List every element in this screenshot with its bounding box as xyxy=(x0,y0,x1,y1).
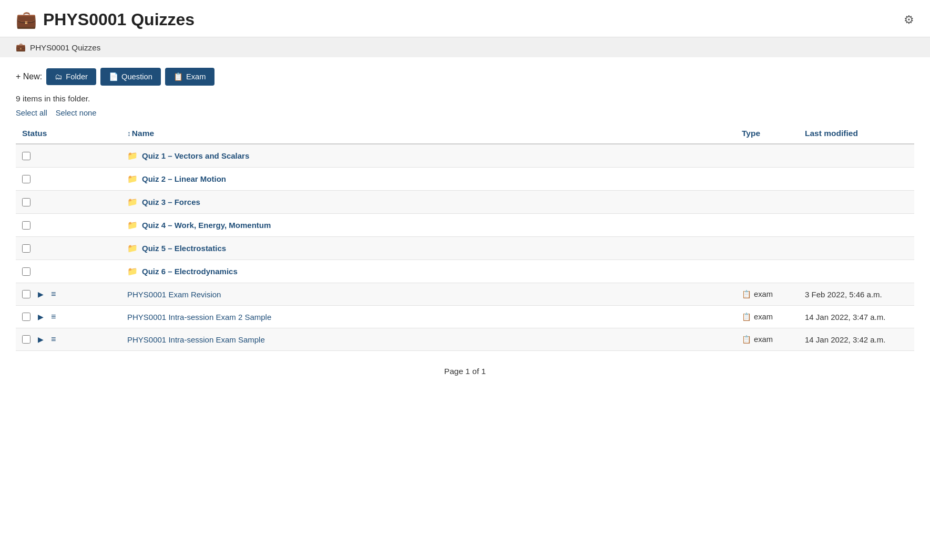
row-checkbox[interactable] xyxy=(22,152,30,160)
row-checkbox[interactable] xyxy=(22,313,30,321)
type-label: exam xyxy=(754,290,773,298)
folder-icon: 📁 xyxy=(127,220,138,230)
exam-link[interactable]: PHYS0001 Intra-session Exam 2 Sample xyxy=(127,313,271,322)
folder-icon: 📁 xyxy=(127,151,138,161)
status-cell xyxy=(16,144,121,168)
type-cell xyxy=(735,191,799,214)
list-icon[interactable]: ≡ xyxy=(51,312,56,322)
select-none-button[interactable]: Select none xyxy=(56,109,97,117)
row-checkbox[interactable] xyxy=(22,244,30,253)
breadcrumb-text: PHYS0001 Quizzes xyxy=(30,43,100,52)
table-row: 📁 Quiz 4 – Work, Energy, Momentum xyxy=(16,214,914,237)
table-row: 📁 Quiz 5 – Electrostatics xyxy=(16,237,914,260)
name-cell: 📁 Quiz 6 – Electrodynamics xyxy=(121,260,735,283)
item-name: Quiz 5 – Electrostatics xyxy=(142,244,226,253)
row-checkbox[interactable] xyxy=(22,267,30,276)
play-button[interactable]: ▶ xyxy=(38,290,44,298)
status-cell xyxy=(16,214,121,237)
row-checkbox[interactable] xyxy=(22,335,30,344)
status-cell: ▶ ≡ xyxy=(16,283,121,306)
name-cell: PHYS0001 Intra-session Exam Sample xyxy=(121,328,735,351)
table-row: ▶ ≡ PHYS0001 Exam Revision 📋 exam 3 Feb … xyxy=(16,283,914,306)
folder-link[interactable]: 📁 Quiz 4 – Work, Energy, Momentum xyxy=(127,220,729,230)
lastmod-cell xyxy=(799,214,914,237)
lastmod-cell: 3 Feb 2022, 5:46 a.m. xyxy=(799,283,914,306)
new-exam-button[interactable]: 📋 Exam xyxy=(165,68,214,86)
name-cell: 📁 Quiz 2 – Linear Motion xyxy=(121,168,735,191)
row-checkbox[interactable] xyxy=(22,290,30,298)
new-label: + New: xyxy=(16,72,42,81)
row-checkbox[interactable] xyxy=(22,221,30,230)
folder-link[interactable]: 📁 Quiz 3 – Forces xyxy=(127,197,729,207)
folder-btn-label: Folder xyxy=(66,72,88,81)
name-cell: 📁 Quiz 1 – Vectors and Scalars xyxy=(121,144,735,168)
type-label: exam xyxy=(754,335,773,344)
play-button[interactable]: ▶ xyxy=(38,313,44,321)
pagination: Page 1 of 1 xyxy=(16,367,914,376)
exam-link[interactable]: PHYS0001 Exam Revision xyxy=(127,290,221,299)
page-header: 💼 PHYS0001 Quizzes ⚙ xyxy=(0,0,930,37)
list-icon[interactable]: ≡ xyxy=(51,335,56,344)
briefcase-icon: 💼 xyxy=(16,9,37,29)
table-row: 📁 Quiz 3 – Forces xyxy=(16,191,914,214)
exam-type-icon: 📋 xyxy=(742,290,751,299)
breadcrumb: 💼 PHYS0001 Quizzes xyxy=(0,37,930,57)
name-cell: 📁 Quiz 5 – Electrostatics xyxy=(121,237,735,260)
gear-icon[interactable]: ⚙ xyxy=(904,13,914,27)
lastmod-cell xyxy=(799,260,914,283)
folder-btn-icon: 🗂 xyxy=(55,72,63,81)
col-status: Status xyxy=(16,123,121,144)
type-cell: 📋 exam xyxy=(735,328,799,351)
folder-icon: 📁 xyxy=(127,174,138,184)
folder-icon: 📁 xyxy=(127,266,138,276)
page-title: PHYS0001 Quizzes xyxy=(43,10,195,29)
question-btn-label: Question xyxy=(121,72,152,81)
status-cell xyxy=(16,191,121,214)
new-question-button[interactable]: 📄 Question xyxy=(100,68,161,86)
col-type: Type xyxy=(735,123,799,144)
row-checkbox[interactable] xyxy=(22,198,30,206)
items-count: 9 items in this folder. xyxy=(16,94,914,103)
list-icon[interactable]: ≡ xyxy=(51,289,56,299)
table-row: 📁 Quiz 6 – Electrodynamics xyxy=(16,260,914,283)
name-cell: 📁 Quiz 3 – Forces xyxy=(121,191,735,214)
item-name: Quiz 3 – Forces xyxy=(142,198,200,206)
exam-link[interactable]: PHYS0001 Intra-session Exam Sample xyxy=(127,335,265,344)
exam-type-icon: 📋 xyxy=(742,313,751,322)
name-cell: PHYS0001 Intra-session Exam 2 Sample xyxy=(121,306,735,328)
table-row: ▶ ≡ PHYS0001 Intra-session Exam Sample 📋… xyxy=(16,328,914,351)
item-name: Quiz 2 – Linear Motion xyxy=(142,174,226,183)
status-cell xyxy=(16,260,121,283)
exam-btn-label: Exam xyxy=(186,72,206,81)
exam-btn-icon: 📋 xyxy=(173,72,183,81)
folder-link[interactable]: 📁 Quiz 6 – Electrodynamics xyxy=(127,266,729,276)
type-cell xyxy=(735,144,799,168)
item-name: Quiz 4 – Work, Energy, Momentum xyxy=(142,221,271,230)
lastmod-cell xyxy=(799,237,914,260)
item-name: Quiz 1 – Vectors and Scalars xyxy=(142,151,249,160)
question-btn-icon: 📄 xyxy=(109,72,118,81)
folder-icon: 📁 xyxy=(127,243,138,253)
folder-link[interactable]: 📁 Quiz 2 – Linear Motion xyxy=(127,174,729,184)
table-row: ▶ ≡ PHYS0001 Intra-session Exam 2 Sample… xyxy=(16,306,914,328)
lastmod-cell xyxy=(799,191,914,214)
type-cell xyxy=(735,237,799,260)
main-content: + New: 🗂 Folder 📄 Question 📋 Exam 9 item… xyxy=(0,57,930,387)
table-row: 📁 Quiz 1 – Vectors and Scalars xyxy=(16,144,914,168)
folder-link[interactable]: 📁 Quiz 1 – Vectors and Scalars xyxy=(127,151,729,161)
folder-icon: 📁 xyxy=(127,197,138,207)
exam-type-icon: 📋 xyxy=(742,335,751,344)
name-cell: PHYS0001 Exam Revision xyxy=(121,283,735,306)
status-cell: ▶ ≡ xyxy=(16,328,121,351)
row-checkbox[interactable] xyxy=(22,175,30,183)
item-name: Quiz 6 – Electrodynamics xyxy=(142,267,238,276)
col-name[interactable]: ↕Name xyxy=(121,123,735,144)
new-folder-button[interactable]: 🗂 Folder xyxy=(46,68,96,85)
folder-link[interactable]: 📁 Quiz 5 – Electrostatics xyxy=(127,243,729,253)
lastmod-cell: 14 Jan 2022, 3:47 a.m. xyxy=(799,306,914,328)
play-button[interactable]: ▶ xyxy=(38,335,44,344)
select-all-button[interactable]: Select all xyxy=(16,109,47,117)
lastmod-cell xyxy=(799,168,914,191)
type-label: exam xyxy=(754,313,773,321)
sort-icon: ↕ xyxy=(127,130,131,138)
